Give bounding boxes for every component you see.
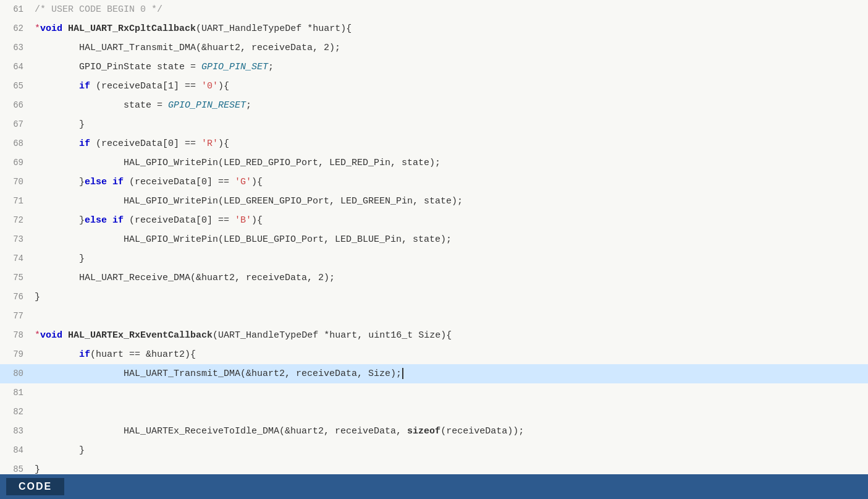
line-number-67: 67	[0, 115, 30, 134]
line-content-62: *void HAL_UART_RxCpltCallback(UART_Handl…	[30, 19, 868, 38]
line-number-71: 71	[0, 192, 30, 211]
code-label: CODE	[6, 478, 64, 495]
line-content-78: *void HAL_UARTEx_RxEventCallback(UART_Ha…	[30, 326, 868, 345]
code-line-68: 68 if (receiveData[0] == 'R'){	[0, 134, 868, 153]
line-content-84: }	[30, 441, 868, 460]
code-line-75: 75 HAL_UART_Receive_DMA(&huart2, receive…	[0, 268, 868, 288]
code-line-77: 77	[0, 307, 868, 326]
code-line-67: 67 }	[0, 115, 868, 134]
line-number-69: 69	[0, 153, 30, 173]
code-line-62: 62 *void HAL_UART_RxCpltCallback(UART_Ha…	[0, 19, 868, 38]
code-line-64: 64 GPIO_PinState state = GPIO_PIN_SET;	[0, 58, 868, 77]
code-line-72: 72 }else if (receiveData[0] == 'B'){	[0, 211, 868, 230]
line-number-75: 75	[0, 268, 30, 288]
code-line-76: 76 }	[0, 288, 868, 307]
line-content-64: GPIO_PinState state = GPIO_PIN_SET;	[30, 58, 868, 77]
line-content-63: HAL_UART_Transmit_DMA(&huart2, receiveDa…	[30, 38, 868, 58]
line-number-82: 82	[0, 403, 30, 422]
code-line-66: 66 state = GPIO_PIN_RESET;	[0, 96, 868, 115]
line-content-68: if (receiveData[0] == 'R'){	[30, 134, 868, 153]
line-content-73: HAL_GPIO_WritePin(LED_BLUE_GPIO_Port, LE…	[30, 230, 868, 249]
line-number-66: 66	[0, 96, 30, 115]
line-content-75: HAL_UART_Receive_DMA(&huart2, receiveDat…	[30, 268, 868, 288]
line-number-77: 77	[0, 307, 30, 326]
code-line-74: 74 }	[0, 249, 868, 268]
code-line-84: 84 }	[0, 441, 868, 460]
line-number-72: 72	[0, 211, 30, 230]
line-number-73: 73	[0, 230, 30, 249]
code-line-71: 71 HAL_GPIO_WritePin(LED_GREEN_GPIO_Port…	[0, 192, 868, 211]
code-container: 61 /* USER CODE BEGIN 0 */ 62 *void HAL_…	[0, 0, 868, 499]
line-content-72: }else if (receiveData[0] == 'B'){	[30, 211, 868, 230]
line-content-69: HAL_GPIO_WritePin(LED_RED_GPIO_Port, LED…	[30, 153, 868, 173]
line-number-62: 62	[0, 19, 30, 38]
line-content-66: state = GPIO_PIN_RESET;	[30, 96, 868, 115]
code-line-69: 69 HAL_GPIO_WritePin(LED_RED_GPIO_Port, …	[0, 153, 868, 173]
line-content-83: HAL_UARTEx_ReceiveToIdle_DMA(&huart2, re…	[30, 422, 868, 441]
code-line-83: 83 HAL_UARTEx_ReceiveToIdle_DMA(&huart2,…	[0, 422, 868, 441]
line-content-61: /* USER CODE BEGIN 0 */	[30, 0, 868, 19]
line-number-64: 64	[0, 58, 30, 77]
code-line-79: 79 if(huart == &huart2){	[0, 345, 868, 364]
line-number-61: 61	[0, 0, 30, 19]
line-content-74: }	[30, 249, 868, 268]
line-content-79: if(huart == &huart2){	[30, 345, 868, 364]
line-number-63: 63	[0, 38, 30, 58]
line-number-80: 80	[0, 364, 30, 383]
code-line-65: 65 if (receiveData[1] == '0'){	[0, 77, 868, 96]
bottom-bar: CODE	[0, 474, 868, 499]
line-number-65: 65	[0, 77, 30, 96]
line-content-65: if (receiveData[1] == '0'){	[30, 77, 868, 96]
line-number-78: 78	[0, 326, 30, 345]
line-content-80: HAL_UART_Transmit_DMA(&huart2, receiveDa…	[30, 364, 868, 383]
code-line-70: 70 }else if (receiveData[0] == 'G'){	[0, 173, 868, 192]
line-content-71: HAL_GPIO_WritePin(LED_GREEN_GPIO_Port, L…	[30, 192, 868, 211]
line-content-70: }else if (receiveData[0] == 'G'){	[30, 173, 868, 192]
code-line-78: 78 *void HAL_UARTEx_RxEventCallback(UART…	[0, 326, 868, 345]
line-number-68: 68	[0, 134, 30, 153]
line-number-84: 84	[0, 441, 30, 460]
line-number-74: 74	[0, 249, 30, 268]
line-content-76: }	[30, 288, 868, 307]
code-line-82: 82	[0, 403, 868, 422]
code-line-81: 81	[0, 383, 868, 403]
code-line-63: 63 HAL_UART_Transmit_DMA(&huart2, receiv…	[0, 38, 868, 58]
code-line-80: 80 HAL_UART_Transmit_DMA(&huart2, receiv…	[0, 364, 868, 383]
line-number-83: 83	[0, 422, 30, 441]
code-line-61: 61 /* USER CODE BEGIN 0 */	[0, 0, 868, 19]
line-number-76: 76	[0, 288, 30, 307]
line-content-67: }	[30, 115, 868, 134]
line-number-79: 79	[0, 345, 30, 364]
code-block: 61 /* USER CODE BEGIN 0 */ 62 *void HAL_…	[0, 0, 868, 499]
line-number-81: 81	[0, 383, 30, 403]
line-number-70: 70	[0, 173, 30, 192]
code-line-73: 73 HAL_GPIO_WritePin(LED_BLUE_GPIO_Port,…	[0, 230, 868, 249]
